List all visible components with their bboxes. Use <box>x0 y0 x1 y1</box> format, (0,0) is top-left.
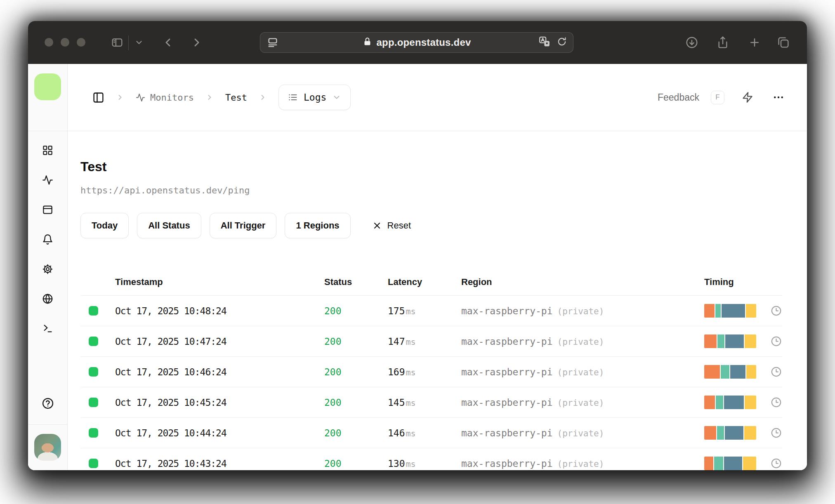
clock-icon[interactable] <box>768 458 782 469</box>
region-note: (private) <box>557 306 604 316</box>
row-status: 200 <box>324 458 388 469</box>
timing-segment <box>745 334 756 348</box>
monitor-endpoint: https://api.openstatus.dev/ping <box>80 185 782 195</box>
latency-unit: ms <box>406 367 416 377</box>
close-window-button[interactable] <box>45 38 53 47</box>
translate-icon[interactable] <box>538 35 551 49</box>
latency-unit: ms <box>406 337 416 347</box>
latency-value: 175 <box>388 306 405 316</box>
terminal-icon <box>42 323 53 334</box>
browser-titlebar: app.openstatus.dev <box>28 21 807 64</box>
address-bar[interactable]: app.openstatus.dev <box>260 32 573 53</box>
clock-icon[interactable] <box>768 336 782 347</box>
timing-segment <box>704 334 717 348</box>
timing-segment <box>714 457 724 470</box>
timing-bar <box>704 426 756 440</box>
workspace-avatar[interactable] <box>34 73 61 100</box>
clock-icon[interactable] <box>768 427 782 438</box>
clock-icon[interactable] <box>768 366 782 377</box>
table-header: Timestamp Status Latency Region Timing <box>80 269 782 295</box>
help-circle-icon <box>42 397 54 410</box>
row-status: 200 <box>324 397 388 408</box>
table-row[interactable]: Oct 17, 2025 10:43:24 200 130ms max-rasp… <box>80 448 782 470</box>
table-row[interactable]: Oct 17, 2025 10:45:24 200 145ms max-rasp… <box>80 387 782 417</box>
clock-icon[interactable] <box>768 397 782 408</box>
timing-bar <box>704 304 756 318</box>
back-icon[interactable] <box>161 36 175 49</box>
filter-trigger-button[interactable]: All Trigger <box>210 213 277 238</box>
reload-icon[interactable] <box>557 36 567 49</box>
timing-segment <box>730 365 745 379</box>
timing-segment <box>725 426 744 440</box>
view-selector-label: Logs <box>304 92 326 103</box>
timing-segment <box>704 365 720 379</box>
table-row[interactable]: Oct 17, 2025 10:44:24 200 146ms max-rasp… <box>80 417 782 448</box>
col-latency: Latency <box>388 277 461 287</box>
more-options-button[interactable] <box>772 91 785 104</box>
panel-left-icon[interactable] <box>92 92 104 104</box>
activity-icon <box>136 93 145 102</box>
sidebar-item-cli[interactable] <box>42 323 53 334</box>
tab-overview-icon[interactable] <box>777 36 790 49</box>
zoom-window-button[interactable] <box>77 38 85 47</box>
reader-icon[interactable] <box>267 37 278 48</box>
sidebar-item-settings[interactable] <box>42 264 53 275</box>
timing-segment <box>743 457 756 470</box>
col-timestamp: Timestamp <box>115 277 324 287</box>
user-avatar[interactable] <box>34 434 61 461</box>
timing-bar <box>704 457 756 470</box>
traffic-lights <box>45 38 85 47</box>
sidebar-toggle-icon[interactable] <box>111 36 123 49</box>
breadcrumb-monitors[interactable]: Monitors <box>136 92 194 103</box>
grid-icon <box>42 145 53 156</box>
row-region: max-raspberry-pi(private) <box>461 428 704 438</box>
new-tab-icon[interactable] <box>748 36 761 49</box>
forward-icon[interactable] <box>190 36 203 49</box>
row-latency: 146ms <box>388 428 461 438</box>
feedback-button[interactable]: Feedback <box>658 92 699 103</box>
globe-icon <box>42 293 53 304</box>
reset-filters-button[interactable]: Reset <box>372 220 411 231</box>
row-timestamp: Oct 17, 2025 10:48:24 <box>115 306 324 316</box>
row-region: max-raspberry-pi(private) <box>461 306 704 316</box>
reset-label: Reset <box>387 220 411 231</box>
timing-segment <box>704 304 715 318</box>
status-indicator <box>89 367 98 377</box>
timing-segment <box>716 396 723 409</box>
filter-date-button[interactable]: Today <box>80 213 129 238</box>
tab-group-chevron-icon[interactable] <box>134 38 144 47</box>
region-name: max-raspberry-pi <box>461 428 553 438</box>
sidebar-divider <box>28 424 67 425</box>
clock-icon[interactable] <box>768 305 782 316</box>
table-row[interactable]: Oct 17, 2025 10:47:24 200 147ms max-rasp… <box>80 326 782 356</box>
row-timestamp: Oct 17, 2025 10:46:24 <box>115 367 324 377</box>
sidebar-item-monitors[interactable] <box>42 174 53 186</box>
address-bar-url[interactable]: app.openstatus.dev <box>377 37 471 48</box>
status-indicator <box>89 459 98 468</box>
sidebar-item-status-pages[interactable] <box>42 204 53 215</box>
downloads-icon[interactable] <box>685 36 698 49</box>
zap-icon[interactable] <box>742 92 753 103</box>
timing-segment <box>746 304 756 318</box>
sidebar-item-dashboard[interactable] <box>42 145 53 156</box>
filter-regions-button[interactable]: 1 Regions <box>285 213 350 238</box>
timing-segment <box>721 365 729 379</box>
col-timing: Timing <box>704 277 768 287</box>
minimize-window-button[interactable] <box>61 38 69 47</box>
timing-segment <box>704 426 716 440</box>
table-row[interactable]: Oct 17, 2025 10:48:24 200 175ms max-rasp… <box>80 295 782 326</box>
help-button[interactable] <box>42 397 54 410</box>
sidebar-item-notifications[interactable] <box>42 234 53 245</box>
share-icon[interactable] <box>716 36 729 49</box>
region-note: (private) <box>557 398 604 408</box>
region-name: max-raspberry-pi <box>461 367 553 377</box>
view-selector-button[interactable]: Logs <box>278 85 351 110</box>
chevron-right-icon <box>259 93 267 101</box>
filter-status-button[interactable]: All Status <box>137 213 201 238</box>
row-latency: 147ms <box>388 336 461 347</box>
table-row[interactable]: Oct 17, 2025 10:46:24 200 169ms max-rasp… <box>80 356 782 387</box>
sidebar-item-regions[interactable] <box>42 293 53 304</box>
breadcrumb-monitors-label: Monitors <box>150 92 194 103</box>
breadcrumb-monitor-name[interactable]: Test <box>225 92 247 103</box>
timing-bar <box>704 365 756 379</box>
